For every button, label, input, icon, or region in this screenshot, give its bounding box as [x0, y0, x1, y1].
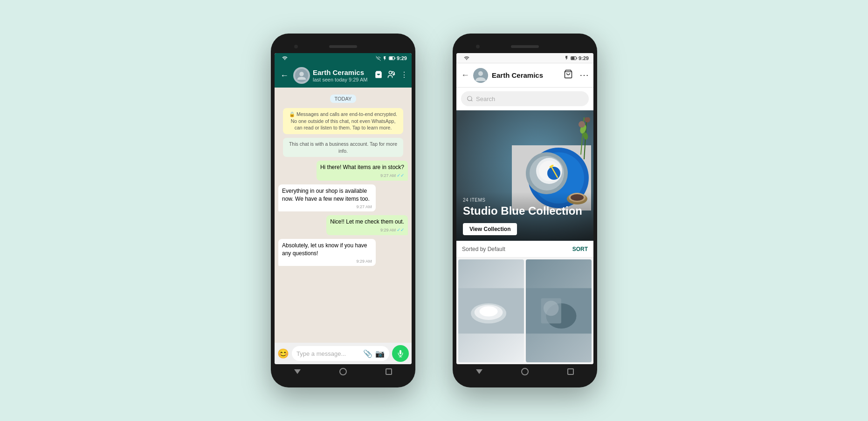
- message-received-2: Absolutely, let us know if you have any …: [278, 239, 408, 266]
- svg-point-27: [579, 121, 585, 128]
- sort-button[interactable]: SORT: [572, 246, 588, 252]
- bubble-text-3: Nice!! Let me check them out.: [330, 218, 404, 225]
- back-button-2[interactable]: ←: [461, 70, 469, 80]
- chat-screen: 9:29 ← Earth Ceramics last seen today 9:…: [275, 53, 412, 364]
- chat-avatar: [293, 67, 310, 84]
- shop-icon[interactable]: [374, 70, 383, 81]
- tick-1: ✓✓: [397, 172, 404, 179]
- bubble-received-1: Everything in our shop is available now.…: [278, 184, 376, 211]
- shop-action-icons: ⋯: [564, 69, 589, 81]
- phone-top-1: [275, 40, 412, 53]
- shop-name: Earth Ceramics: [492, 71, 560, 79]
- cart-icon[interactable]: [564, 69, 573, 81]
- back-nav-2[interactable]: [476, 369, 482, 374]
- product-card-1[interactable]: [458, 259, 524, 362]
- shop-screen: 9:29 ← Earth Ceramics ⋯: [456, 53, 593, 364]
- shop-avatar: [473, 68, 488, 83]
- phone-top-2: [456, 40, 593, 53]
- speaker-1: [329, 45, 357, 48]
- banner-title: Studio Blue Collection: [463, 204, 587, 217]
- emoji-button[interactable]: 😊: [277, 348, 289, 359]
- chat-header: ← Earth Ceramics last seen today 9:29 AM: [275, 63, 412, 88]
- message-input[interactable]: Type a message... 📎 📷: [292, 346, 389, 361]
- bubble-sent-1: Hi there! What items are in stock? 9:27 …: [317, 161, 408, 181]
- search-input[interactable]: Search: [461, 91, 589, 106]
- message-received-1: Everything in our shop is available now.…: [278, 184, 408, 211]
- status-time-2: 9:29: [579, 55, 589, 61]
- phone-1: 9:29 ← Earth Ceramics last seen today 9:…: [271, 34, 415, 387]
- nav-bar-1: [275, 364, 412, 379]
- svg-point-35: [480, 306, 498, 317]
- bubble-received-2: Absolutely, let us know if you have any …: [278, 239, 376, 266]
- banner-overlay: 24 ITEMS Studio Blue Collection View Col…: [456, 192, 593, 241]
- svg-point-39: [544, 301, 559, 316]
- more-dots-icon[interactable]: ⋯: [579, 69, 589, 81]
- phone-add-icon[interactable]: [387, 70, 396, 81]
- chat-header-info: Earth Ceramics last seen today 9:29 AM: [313, 68, 372, 82]
- back-nav[interactable]: [294, 369, 301, 374]
- search-placeholder: Search: [476, 95, 495, 102]
- svg-point-20: [547, 167, 560, 180]
- home-nav-2[interactable]: [521, 368, 529, 375]
- date-divider: TODAY: [278, 94, 408, 102]
- view-collection-button[interactable]: View Collection: [463, 223, 517, 235]
- banner-items-count: 24 ITEMS: [463, 197, 587, 203]
- business-notice[interactable]: This chat is with a business account. Ta…: [283, 138, 403, 157]
- camera-1: [294, 45, 298, 48]
- attachment-icon[interactable]: 📎: [363, 349, 372, 358]
- status-bar-2: 9:29: [456, 53, 593, 63]
- svg-rect-1: [389, 57, 393, 60]
- tick-2: ✓✓: [397, 227, 404, 233]
- chat-input-bar: 😊 Type a message... 📎 📷: [275, 343, 412, 364]
- status-icons-1: 9:29: [376, 55, 407, 61]
- chat-action-icons: ⋮: [374, 70, 408, 81]
- phone-2: 9:29 ← Earth Ceramics ⋯: [453, 34, 597, 387]
- back-button-1[interactable]: ←: [278, 69, 290, 82]
- svg-point-4: [299, 72, 303, 76]
- bubble-text-2: Everything in our shop is available now.…: [282, 188, 370, 202]
- sort-bar: Sorted by Default SORT: [456, 241, 593, 258]
- shop-banner: 24 ITEMS Studio Blue Collection View Col…: [456, 110, 593, 241]
- search-bar: Search: [456, 88, 593, 110]
- message-placeholder: Type a message...: [296, 350, 359, 357]
- shop-header: ← Earth Ceramics ⋯: [456, 63, 593, 88]
- encryption-notice[interactable]: 🔒 Messages and calls are end-to-end encr…: [283, 108, 403, 134]
- svg-point-11: [468, 96, 472, 101]
- svg-rect-2: [395, 57, 395, 59]
- camera-icon[interactable]: 📷: [375, 349, 385, 358]
- contact-name-1: Earth Ceramics: [313, 68, 372, 77]
- recent-nav[interactable]: [386, 368, 392, 375]
- recent-nav-2[interactable]: [567, 368, 574, 375]
- chat-body: TODAY 🔒 Messages and calls are end-to-en…: [275, 88, 412, 343]
- bubble-text-4: Absolutely, let us know if you have any …: [282, 242, 367, 257]
- home-nav[interactable]: [339, 368, 347, 375]
- svg-line-12: [471, 100, 473, 102]
- mic-button[interactable]: [392, 345, 409, 362]
- more-icon[interactable]: ⋮: [400, 70, 408, 81]
- contact-status: last seen today 9:29 AM: [313, 77, 372, 82]
- products-grid: [456, 258, 593, 364]
- status-time-1: 9:29: [397, 55, 407, 61]
- svg-rect-6: [571, 57, 574, 60]
- bubble-sent-2: Nice!! Let me check them out. 9:29 AM ✓✓: [326, 215, 408, 235]
- sort-label: Sorted by Default: [462, 246, 505, 252]
- product-card-2[interactable]: [526, 259, 592, 362]
- speaker-2: [511, 45, 539, 48]
- status-icons-2: 9:29: [564, 55, 589, 61]
- svg-rect-7: [577, 57, 577, 59]
- svg-point-28: [585, 117, 590, 122]
- message-sent-1: Hi there! What items are in stock? 9:27 …: [278, 161, 408, 181]
- status-bar-1: 9:29: [275, 53, 412, 63]
- input-icons: 📎 📷: [363, 349, 385, 358]
- svg-point-9: [478, 71, 483, 76]
- nav-bar-2: [456, 364, 593, 379]
- camera-2: [476, 45, 480, 48]
- message-sent-2: Nice!! Let me check them out. 9:29 AM ✓✓: [278, 215, 408, 235]
- bubble-text-1: Hi there! What items are in stock?: [320, 164, 404, 170]
